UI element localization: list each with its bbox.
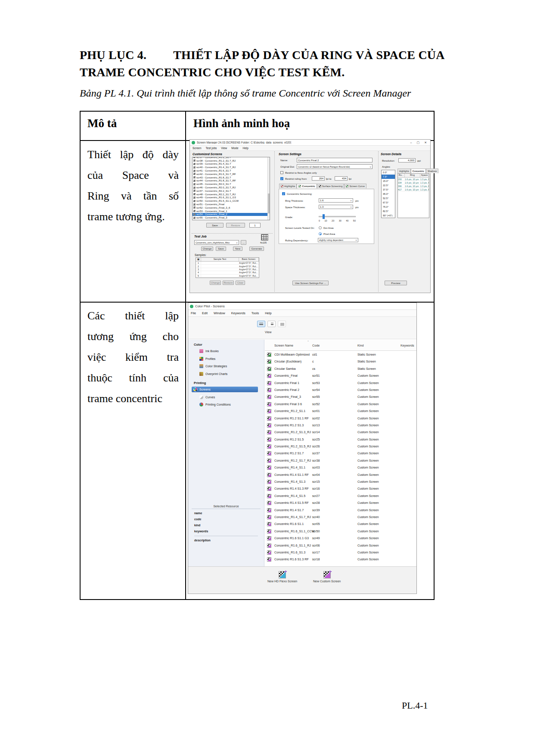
sample-row[interactable]: 2Angle=37.5°, Rul... — [196, 265, 259, 268]
angle-item[interactable]: 37.5° — [382, 187, 395, 192]
table-row[interactable]: Concentric Final 2scr54Custom Screen — [265, 387, 416, 394]
customized-screen-item[interactable]: scr50 - Concentric_R1.6_S1.1_CCW — [192, 199, 270, 203]
cs-list-scrollbar[interactable] — [267, 157, 270, 220]
table-row[interactable]: Circular (Euclidean)cStatic Screen — [265, 358, 416, 365]
change-button[interactable]: Change — [201, 247, 213, 251]
table-row[interactable]: Concentric R1.6 S1.1 G3scr49Custom Scree… — [265, 535, 416, 542]
new-hd-flexo-screen-button[interactable]: New HD Flexo Screen — [267, 571, 297, 583]
table-row[interactable]: Concentric_R1.2_S1.5_RJscr26Custom Scree… — [265, 443, 416, 450]
table-row[interactable]: Concentric Final 1scr53Custom Screen — [265, 380, 416, 387]
sample-row[interactable]: 5Angle=37.5°, Rul... — [196, 275, 259, 278]
customized-screen-item[interactable]: scr49 - Concentric_R1.6_S1.1_G3 — [192, 196, 270, 200]
cs-scroll-thumb[interactable] — [268, 194, 270, 213]
table-row[interactable]: Concentric_Finalscr51Custom Screen — [265, 372, 416, 379]
customized-screen-item[interactable]: scr43 - Concentric_R1.8_S1.7 — [192, 176, 270, 179]
table-row[interactable]: Concentric_R1.2_S1.7_RJscr38Custom Scree… — [265, 457, 416, 464]
tab-screen-curve[interactable]: Screen Curve — [344, 184, 366, 188]
details-tab-concentric[interactable]: Concentric — [411, 169, 426, 173]
sidebar-item-ink-books[interactable]: Ink Books — [199, 349, 219, 353]
ruling-dependency-dropdown[interactable]: slightly ruling dependent ∨ — [318, 238, 358, 242]
sidebar-item-profiles[interactable]: Profiles — [199, 357, 215, 361]
table-row[interactable]: Concentric R1.4 S1.1 RFscr04Custom Scree… — [265, 472, 416, 478]
menu-file[interactable]: File — [191, 311, 196, 315]
details-tab-shadows[interactable]: Shadows — [426, 169, 438, 173]
cs-spinner[interactable]: 1 — [249, 223, 261, 228]
thumb-view-button[interactable] — [278, 321, 286, 327]
angle-item[interactable]: 0.0° — [382, 170, 395, 175]
table-row[interactable]: Concentric_R1.4_S1.1scr03Custom Screen — [265, 464, 416, 471]
customized-screen-item[interactable]: scr45 - Concentric_R2.0_S1.7 — [192, 182, 270, 186]
customized-screen-item[interactable]: scr52 - Concentric_Final_3_6 — [192, 206, 270, 209]
menu-tools[interactable]: Tools — [251, 311, 259, 315]
angle-item[interactable]: 45.0° — [382, 192, 395, 196]
table-row[interactable]: Concentric R1.4 S1.5 RFscr28Custom Scree… — [265, 500, 416, 506]
menu-window[interactable]: Window — [214, 311, 225, 315]
customized-screen-item[interactable]: scr39 - Concentric_R1.4_S1.7 — [192, 162, 270, 166]
angle-item[interactable]: 15.0° — [382, 179, 395, 183]
customized-screen-item[interactable]: scr44 - Concentric_R1.8_S1.7_RF — [192, 179, 270, 183]
cs-restore-button[interactable]: Restore — [226, 223, 245, 228]
table-row[interactable]: Concentric_Final_3scr55Custom Screen — [265, 394, 416, 400]
tab-surface-screening[interactable]: Surface Screening — [317, 184, 345, 188]
new-custom-screen-button[interactable]: New Custom Screen — [313, 571, 341, 583]
list-view-button[interactable] — [257, 321, 265, 327]
use-screen-settings-button[interactable]: Use Screen Settings For ... — [292, 281, 329, 285]
original-dot-dropdown[interactable]: Concentric v2 (based on Nexus Paragon Ro… — [297, 164, 373, 169]
angles-list[interactable]: 0.0°7.5°15.0°22.5°37.5°45.0°52.5°67.5°75… — [381, 170, 395, 218]
menu-keywords[interactable]: Keywords — [231, 311, 245, 315]
grade-slider[interactable] — [319, 216, 356, 217]
menu-edit[interactable]: Edit — [202, 311, 208, 315]
table-row[interactable]: Concentric R1.6 S1.1scr05Custom Screen — [265, 521, 416, 528]
customized-screen-item[interactable]: scr53 - Concentric_Final_1 — [192, 209, 270, 213]
concentric-screening-checkbox[interactable]: ✓ — [282, 192, 285, 195]
table-row[interactable]: Concentric R1.4 S1.3 RFscr16Custom Scree… — [265, 485, 416, 492]
ruling-from-field[interactable]: 264 — [312, 176, 325, 181]
test-job-more-button[interactable]: ... — [241, 240, 246, 245]
sm-titlebar[interactable]: Screen Manager 24.03 [SCREENS Folder: C:… — [190, 140, 430, 146]
ruling-to-field[interactable]: 434 — [335, 176, 348, 181]
ring-thickness-combo[interactable]: 1.6 ∨ — [319, 198, 353, 203]
customized-screen-item[interactable]: scr47 - Concentric_R2.2_S1.7 — [192, 189, 270, 193]
table-row[interactable]: Circular SambacsStatic Screen — [265, 366, 416, 372]
samples-table[interactable]: ▦ Sample Text Basic Screen 1Angle=37.5°,… — [196, 257, 259, 278]
col-screen-name[interactable]: Screen Name — [274, 344, 293, 347]
cs-save-button[interactable]: Save — [206, 223, 224, 228]
sample-row[interactable]: 4Angle=37.5°, Rul... — [196, 271, 259, 274]
sidebar-item-overprint-charts[interactable]: Overprint Charts — [199, 372, 227, 376]
table-row[interactable]: Concentric_R1.4_S1.7_RJscr40Custom Scree… — [265, 514, 416, 521]
cp-titlebar[interactable]: Color Pilot - Screens — [188, 303, 416, 310]
minimize-icon[interactable]: – — [410, 141, 412, 144]
sample-grid-icon[interactable] — [261, 234, 268, 241]
sidebar-item-curves[interactable]: Curves — [199, 395, 215, 399]
customized-screens-list[interactable]: scr37 - Concentric_R1.2_S1.7scr38 - Conc… — [192, 157, 270, 220]
table-row[interactable]: Concentric_R1.6_S1.3scr17Custom Screen — [265, 549, 416, 556]
tab-concentric[interactable]: Concentric — [297, 184, 317, 188]
customized-screen-item[interactable]: scr55 - Concentric_Final_3 — [192, 216, 270, 219]
sidebar-item-color-strategies[interactable]: Color Strategies — [199, 364, 227, 368]
menu-help[interactable]: Help — [243, 147, 248, 150]
generate-button[interactable]: Generate — [249, 247, 264, 251]
space-thickness-combo[interactable]: 1.3 ∨ — [319, 205, 353, 209]
sample-row[interactable]: 3Angle=37.5°, Rul... — [196, 268, 259, 271]
restrict-flexo-checkbox[interactable] — [280, 171, 283, 174]
angle-item[interactable]: 52.5° — [382, 196, 395, 200]
angle-item[interactable]: 82.5° — [382, 209, 395, 213]
col-code[interactable]: Code — [312, 344, 320, 347]
customized-screen-item[interactable]: scr42 - Concentric_R1.6_S1.7_RF — [192, 172, 270, 176]
customized-screen-item[interactable]: scr54 - Concentric_Final_2 — [192, 213, 270, 216]
menu-help[interactable]: Help — [265, 311, 271, 315]
menu-test-jobs[interactable]: Test jobs — [206, 147, 217, 150]
dot-area-radio[interactable] — [319, 226, 322, 229]
table-row[interactable]: Concentric_R1.6_S1.1_CCWscr50Custom Scre… — [265, 528, 416, 535]
angle-item[interactable]: 90° (=0°) — [382, 213, 395, 218]
table-row[interactable]: Concentric Final 3 6scr52Custom Screen — [265, 401, 416, 408]
customized-screen-item[interactable]: scr51 - Concentric_Final — [192, 203, 270, 206]
table-row[interactable]: Concentric_R1.2_S1.1scr01Custom Screen — [265, 408, 416, 415]
table-row[interactable]: CDI Multibeam Optimizedcd1Static Screen — [265, 351, 416, 358]
table-row[interactable]: Concentric_R1.4_S1.5scr27Custom Screen — [265, 493, 416, 500]
new-button[interactable]: New — [233, 247, 242, 251]
tab-highlights[interactable]: Highlights — [279, 184, 297, 188]
menu-view[interactable]: View — [221, 147, 227, 150]
angle-item[interactable]: 67.5° — [382, 200, 395, 205]
customized-screen-item[interactable]: scr40 - Concentric_R1.4_S1.7_RJ — [192, 166, 270, 169]
